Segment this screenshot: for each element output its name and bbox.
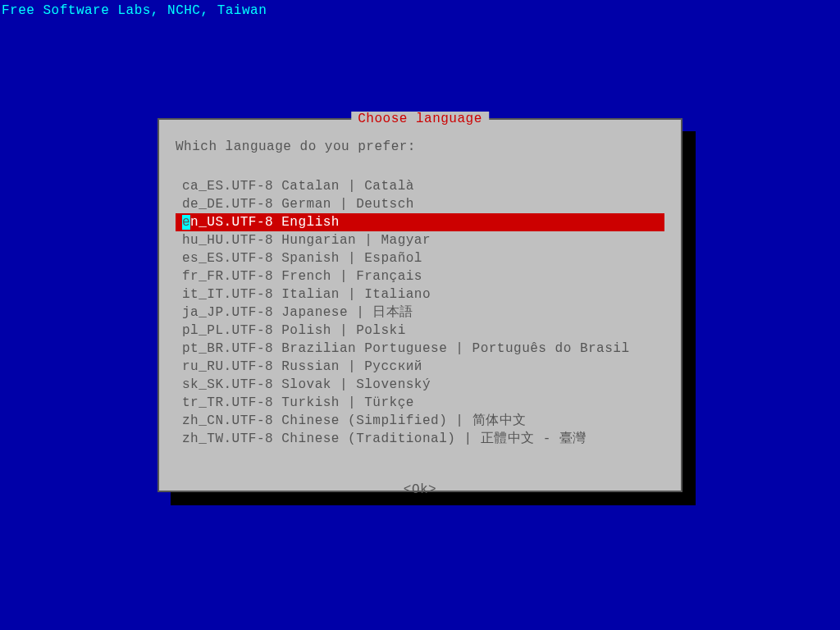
language-dialog: Choose language Which language do you pr…: [158, 118, 682, 492]
language-item[interactable]: ca_ES.UTF-8 Catalan | Català: [176, 177, 664, 195]
language-item[interactable]: ru_RU.UTF-8 Russian | Русский: [176, 358, 664, 376]
language-item[interactable]: de_DE.UTF-8 German | Deutsch: [176, 195, 664, 213]
language-item[interactable]: fr_FR.UTF-8 French | Français: [176, 267, 664, 285]
dialog-title: Choose language: [351, 112, 489, 126]
language-item[interactable]: zh_CN.UTF-8 Chinese (Simplified) | 简体中文: [176, 412, 664, 430]
language-item[interactable]: ja_JP.UTF-8 Japanese | 日本語: [176, 304, 664, 322]
language-item[interactable]: pt_BR.UTF-8 Brazilian Portuguese | Portu…: [176, 340, 664, 358]
language-item[interactable]: it_IT.UTF-8 Italian | Italiano: [176, 285, 664, 304]
language-item[interactable]: es_ES.UTF-8 Spanish | Español: [176, 249, 664, 267]
header-text: Free Software Labs, NCHC, Taiwan: [2, 3, 267, 18]
language-item[interactable]: pl_PL.UTF-8 Polish | Polski: [176, 322, 664, 340]
language-item[interactable]: hu_HU.UTF-8 Hungarian | Magyar: [176, 231, 664, 249]
language-item[interactable]: tr_TR.UTF-8 Turkish | Türkçe: [176, 394, 664, 412]
language-item[interactable]: sk_SK.UTF-8 Slovak | Slovenský: [176, 376, 664, 394]
language-item[interactable]: zh_TW.UTF-8 Chinese (Traditional) | 正體中文…: [176, 430, 664, 448]
ok-button[interactable]: <Ok>: [159, 482, 681, 497]
language-item[interactable]: en_US.UTF-8 English: [176, 213, 664, 231]
language-list: ca_ES.UTF-8 Catalan | Catalàde_DE.UTF-8 …: [159, 177, 681, 448]
